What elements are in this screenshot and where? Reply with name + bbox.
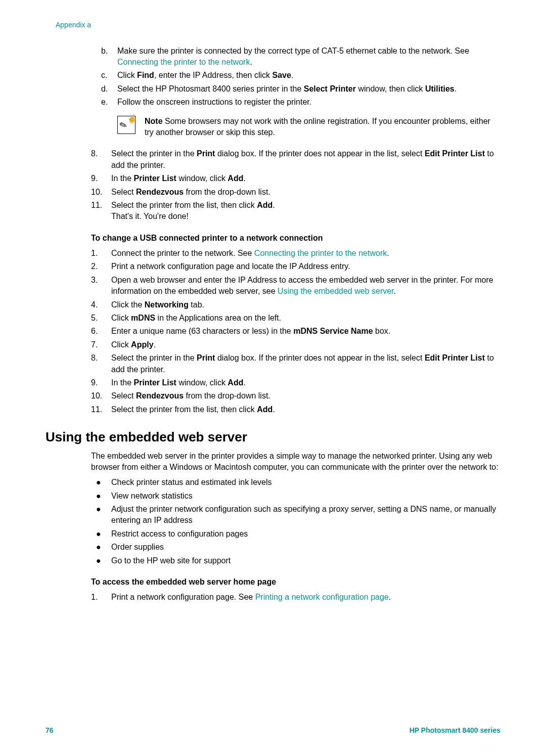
text: Connect the printer to the network. See: [111, 249, 254, 257]
text: window, then click: [356, 84, 425, 93]
text: Select: [111, 391, 136, 400]
text: from the drop-down list.: [184, 188, 270, 196]
bold: Printer List: [133, 378, 176, 387]
bold: Print: [197, 353, 215, 362]
s1-item-6: 6. Enter a unique name (63 characters or…: [91, 326, 500, 337]
s1-item-9: 9. In the Printer List window, click Add…: [91, 377, 500, 388]
bullet-3: ●Restrict access to configuration pages: [91, 528, 500, 540]
text: .: [243, 378, 245, 387]
text: .: [154, 340, 156, 349]
s1-item-5: 5. Click mDNS in the Applications area o…: [91, 313, 500, 324]
text: Select: [111, 188, 136, 196]
text: Click: [111, 314, 131, 322]
bullet-text: Check printer status and estimated ink l…: [111, 477, 500, 488]
page-number: 76: [46, 726, 54, 736]
sub-item-c: c. Click Find, enter the IP Address, the…: [101, 70, 500, 81]
note-label: Note: [145, 117, 163, 125]
s1-content-10: Select Rendezvous from the drop-down lis…: [111, 390, 500, 402]
text: Select the HP Photosmart 8400 series pri…: [117, 84, 304, 93]
text: , enter the IP Address, then click: [154, 71, 272, 79]
bold: mDNS Service Name: [293, 327, 373, 335]
text: Make sure the printer is connected by th…: [117, 47, 469, 55]
link-connecting-network[interactable]: Connecting the printer to the network: [117, 58, 250, 66]
s1-item-10: 10. Select Rendezvous from the drop-down…: [91, 390, 500, 402]
s1-marker-6: 6.: [91, 326, 111, 337]
text: box.: [373, 327, 391, 335]
bold: Select Printer: [304, 84, 356, 93]
heading-embedded-web-server: Using the embedded web server: [46, 428, 500, 446]
content-11: Select the printer from the list, then c…: [111, 200, 500, 223]
text: .: [387, 249, 389, 257]
sub-item-d: d. Select the HP Photosmart 8400 series …: [101, 83, 500, 95]
marker-11: 11.: [91, 200, 111, 223]
marker-c: c.: [101, 70, 117, 81]
text: In the: [111, 174, 133, 183]
link-print-config-page[interactable]: Printing a network configuration page: [255, 593, 389, 601]
s1-content-8: Select the printer in the Print dialog b…: [111, 352, 500, 375]
bullet-marker: ●: [91, 528, 111, 540]
text: Select the printer in the: [111, 353, 197, 362]
marker-d: d.: [101, 83, 117, 95]
bullet-marker: ●: [91, 477, 111, 488]
text: dialog box. If the printer does not appe…: [215, 353, 424, 362]
bullet-2: ●Adjust the printer network configuratio…: [91, 504, 500, 526]
bold: Add: [228, 174, 243, 183]
bold: Print: [197, 149, 215, 158]
product-series: HP Photosmart 8400 series: [410, 726, 500, 736]
s1-content-11: Select the printer from the list, then c…: [111, 404, 500, 415]
link-embedded-web-server[interactable]: Using the embedded web server: [278, 287, 393, 295]
bold: Add: [228, 378, 243, 387]
content-d: Select the HP Photosmart 8400 series pri…: [117, 83, 500, 95]
s1-content-9: In the Printer List window, click Add.: [111, 377, 500, 388]
item-9: 9. In the Printer List window, click Add…: [91, 173, 500, 184]
text: Click: [117, 71, 137, 79]
s2-marker-1: 1.: [91, 592, 111, 603]
item-11: 11. Select the printer from the list, th…: [91, 200, 500, 223]
bullet-marker: ●: [91, 491, 111, 502]
text: In the: [111, 378, 133, 387]
main-list-8-11: 8. Select the printer in the Print dialo…: [91, 148, 500, 222]
bullet-4: ●Order supplies: [91, 542, 500, 553]
text: .: [389, 593, 391, 601]
s1-marker-9: 9.: [91, 377, 111, 388]
text: Print a network configuration page. See: [111, 593, 255, 601]
section2-bullets: ●Check printer status and estimated ink …: [91, 477, 500, 566]
heading-change-usb: To change a USB connected printer to a n…: [91, 233, 500, 244]
item-8: 8. Select the printer in the Print dialo…: [91, 148, 500, 171]
header-appendix[interactable]: Appendix a: [46, 20, 500, 30]
bold: Find: [137, 71, 154, 79]
bold: Rendezvous: [136, 188, 184, 196]
bullet-marker: ●: [91, 542, 111, 553]
bullet-marker: ●: [91, 504, 111, 526]
content-9: In the Printer List window, click Add.: [111, 173, 500, 184]
bold: mDNS: [131, 314, 155, 322]
text: .: [394, 287, 396, 295]
bold: Apply: [131, 340, 153, 349]
sub-item-b: b. Make sure the printer is connected by…: [101, 46, 500, 68]
bullet-text: Go to the HP web site for support: [111, 555, 500, 566]
s2-item-1: 1. Print a network configuration page. S…: [91, 592, 500, 603]
note-body: Some browsers may not work with the onli…: [145, 117, 490, 137]
text: Click the: [111, 300, 145, 309]
text: Select the printer in the: [111, 149, 197, 158]
text: .: [250, 58, 252, 66]
bold: Rendezvous: [136, 391, 184, 400]
s1-content-5: Click mDNS in the Applications area on t…: [111, 313, 500, 324]
item-10: 10. Select Rendezvous from the drop-down…: [91, 187, 500, 198]
s1-marker-11: 11.: [91, 404, 111, 415]
s1-item-4: 4. Click the Networking tab.: [91, 299, 500, 310]
s1-content-7: Click Apply.: [111, 339, 500, 350]
bold: Edit Printer List: [425, 149, 485, 158]
bullet-text: Order supplies: [111, 542, 500, 553]
s1-marker-1: 1.: [91, 248, 111, 259]
bullet-0: ●Check printer status and estimated ink …: [91, 477, 500, 488]
bold: Printer List: [133, 174, 176, 183]
marker-b: b.: [101, 46, 117, 68]
s1-marker-7: 7.: [91, 339, 111, 350]
link-connecting-network-2[interactable]: Connecting the printer to the network: [254, 249, 387, 257]
text: tab.: [189, 300, 204, 309]
text: .: [272, 405, 275, 414]
s1-item-1: 1. Connect the printer to the network. S…: [91, 248, 500, 259]
note-box: ☝ ✎ Note Some browsers may not work with…: [117, 116, 500, 139]
s1-marker-4: 4.: [91, 299, 111, 310]
